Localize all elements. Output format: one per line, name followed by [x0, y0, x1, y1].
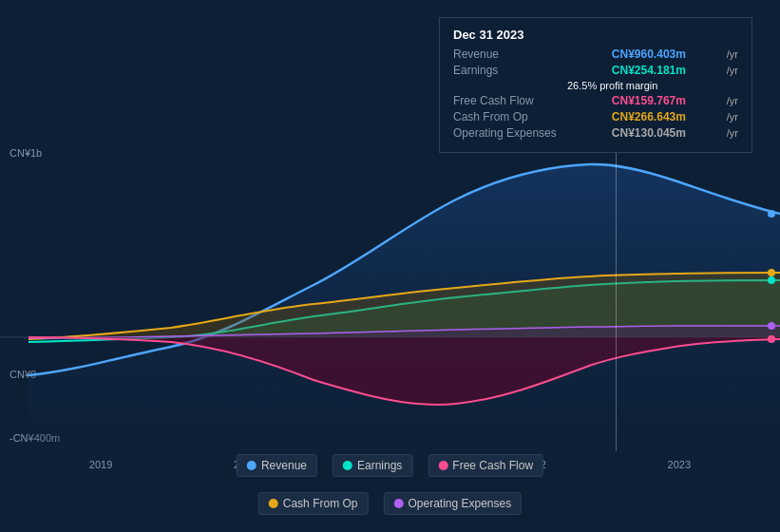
legend-dot-cashop: [269, 499, 278, 508]
legend-item-revenue[interactable]: Revenue: [237, 454, 317, 477]
tooltip-opex-label: Operating Expenses: [453, 126, 567, 140]
tooltip-profit-margin-row: 26.5% profit margin: [453, 80, 738, 91]
svg-point-5: [768, 335, 775, 343]
tooltip-fcf-value: CN¥159.767m: [612, 94, 686, 107]
svg-point-4: [768, 322, 775, 330]
legend-item-opex[interactable]: Operating Expenses: [383, 492, 522, 515]
tooltip-cashop-unit: /yr: [727, 111, 738, 123]
tooltip-revenue-label: Revenue: [453, 48, 567, 61]
chart-svg: [0, 147, 780, 470]
tooltip-earnings-row: Earnings CN¥254.181m /yr: [453, 64, 738, 77]
legend-dot-fcf: [438, 461, 447, 470]
legend-item-earnings[interactable]: Earnings: [333, 454, 412, 477]
cursor-line: [616, 147, 617, 451]
svg-point-3: [768, 276, 775, 284]
legend-label-cashop: Cash From Op: [283, 497, 358, 510]
tooltip-earnings-value: CN¥254.181m: [612, 64, 686, 77]
tooltip-date: Dec 31 2023: [453, 28, 738, 42]
tooltip-opex-unit: /yr: [727, 127, 738, 139]
tooltip-profit-margin-value: 26.5% profit margin: [567, 80, 657, 91]
x-label-2019: 2019: [89, 459, 112, 470]
legend-label-earnings: Earnings: [357, 459, 402, 472]
chart-container: Dec 31 2023 Revenue CN¥960.403m /yr Earn…: [0, 0, 780, 532]
tooltip-fcf-label: Free Cash Flow: [453, 94, 567, 107]
tooltip-revenue-unit: /yr: [727, 48, 738, 60]
legend-dot-opex: [393, 499, 403, 508]
tooltip-cashop-value: CN¥266.643m: [612, 110, 686, 124]
svg-point-2: [768, 269, 775, 276]
tooltip-fcf-row: Free Cash Flow CN¥159.767m /yr: [453, 94, 738, 107]
legend-label-fcf: Free Cash Flow: [452, 459, 533, 472]
tooltip-cashop-label: Cash From Op: [453, 110, 567, 124]
legend-label-revenue: Revenue: [261, 459, 307, 472]
tooltip-opex-row: Operating Expenses CN¥130.045m /yr: [453, 126, 738, 140]
tooltip-revenue-value: CN¥960.403m: [612, 48, 686, 61]
tooltip-earnings-unit: /yr: [727, 65, 738, 76]
x-label-2023: 2023: [668, 459, 691, 470]
legend-item-fcf[interactable]: Free Cash Flow: [428, 454, 543, 477]
svg-point-1: [768, 210, 775, 218]
tooltip-box: Dec 31 2023 Revenue CN¥960.403m /yr Earn…: [439, 17, 752, 153]
tooltip-opex-value: CN¥130.045m: [612, 126, 686, 140]
legend-label-opex: Operating Expenses: [408, 497, 511, 510]
legend: Revenue Earnings Free Cash Flow Cash Fro…: [195, 454, 585, 515]
tooltip-fcf-unit: /yr: [727, 95, 738, 106]
tooltip-revenue-row: Revenue CN¥960.403m /yr: [453, 48, 738, 61]
legend-dot-earnings: [343, 461, 352, 470]
legend-dot-revenue: [247, 461, 257, 470]
tooltip-earnings-label: Earnings: [453, 64, 567, 77]
legend-item-cashop[interactable]: Cash From Op: [258, 492, 369, 515]
tooltip-cashop-row: Cash From Op CN¥266.643m /yr: [453, 110, 738, 124]
